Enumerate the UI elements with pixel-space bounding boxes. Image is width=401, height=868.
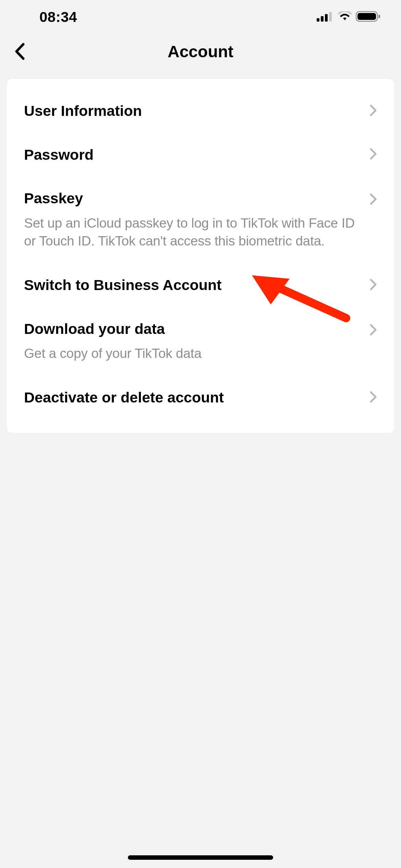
chevron-right-icon <box>369 324 377 337</box>
menu-item-switch-business[interactable]: Switch to Business Account <box>24 263 377 307</box>
battery-icon <box>356 11 380 23</box>
chevron-right-icon <box>369 278 377 292</box>
menu-item-label: User Information <box>24 102 363 120</box>
svg-rect-1 <box>321 16 324 22</box>
chevron-right-icon <box>369 148 377 161</box>
page-title: Account <box>14 42 387 61</box>
chevron-right-icon <box>369 193 377 207</box>
wifi-icon <box>337 11 352 23</box>
chevron-left-icon <box>14 42 26 61</box>
menu-item-download-data[interactable]: Download your data Get a copy of your Ti… <box>24 307 377 376</box>
svg-rect-0 <box>317 18 319 22</box>
chevron-right-icon <box>369 104 377 118</box>
menu-item-description: Set up an iCloud passkey to log in to Ti… <box>24 214 363 250</box>
chevron-right-icon <box>369 391 377 405</box>
menu-item-label: Deactivate or delete account <box>24 389 363 407</box>
home-indicator <box>128 855 273 860</box>
menu-item-password[interactable]: Password <box>24 133 377 177</box>
cellular-icon <box>317 11 334 23</box>
account-menu-card: User Information Password Passkey Set up… <box>7 79 394 433</box>
menu-item-label: Switch to Business Account <box>24 276 363 294</box>
status-bar: 08:34 <box>0 0 401 34</box>
menu-item-label: Download your data <box>24 320 363 338</box>
nav-header: Account <box>0 34 401 69</box>
status-indicators <box>317 11 380 23</box>
svg-rect-5 <box>357 13 376 20</box>
back-button[interactable] <box>14 42 26 61</box>
status-time: 08:34 <box>39 9 77 25</box>
svg-rect-3 <box>329 12 332 22</box>
menu-item-deactivate-delete[interactable]: Deactivate or delete account <box>24 376 377 420</box>
menu-item-passkey[interactable]: Passkey Set up an iCloud passkey to log … <box>24 177 377 263</box>
menu-item-label: Passkey <box>24 190 363 207</box>
svg-rect-2 <box>325 14 328 22</box>
menu-item-description: Get a copy of your TikTok data <box>24 345 363 363</box>
svg-rect-6 <box>378 15 380 18</box>
menu-item-label: Password <box>24 146 363 164</box>
menu-item-user-information[interactable]: User Information <box>24 89 377 133</box>
